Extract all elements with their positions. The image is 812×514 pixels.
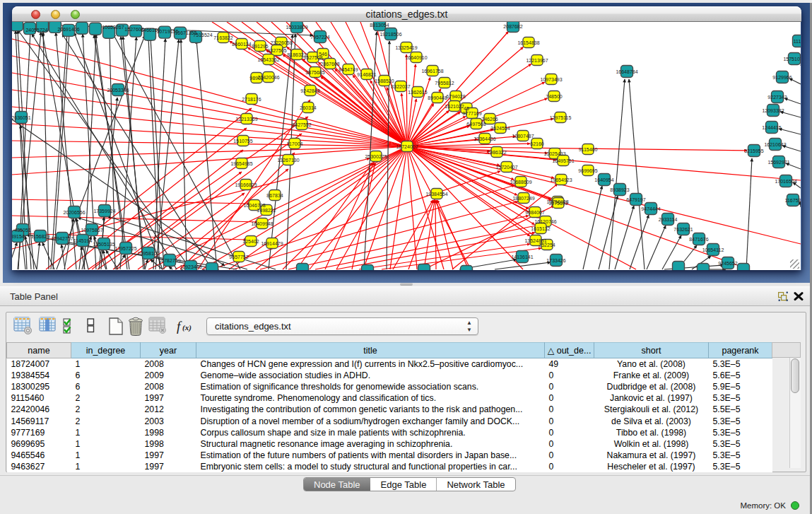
svg-text:10807487: 10807487	[512, 134, 534, 139]
svg-text:12213967: 12213967	[526, 58, 548, 63]
svg-text:19384554: 19384554	[425, 192, 447, 197]
svg-text:12923448: 12923448	[180, 264, 201, 269]
svg-text:19218506: 19218506	[379, 32, 401, 37]
svg-text:1588520: 1588520	[375, 78, 394, 83]
svg-text:3215955: 3215955	[744, 148, 763, 153]
svg-text:16648784: 16648784	[616, 69, 637, 74]
svg-text:13267130: 13267130	[277, 158, 299, 163]
svg-text:2636051: 2636051	[12, 115, 31, 120]
svg-text:9327505: 9327505	[267, 48, 286, 53]
svg-text:8322037: 8322037	[391, 84, 410, 89]
svg-text:748500: 748500	[546, 94, 562, 99]
svg-text:1640954: 1640954	[594, 177, 613, 182]
svg-text:2087682: 2087682	[503, 24, 522, 29]
svg-text:12213369: 12213369	[235, 117, 257, 122]
svg-text:17359924: 17359924	[93, 209, 115, 214]
svg-text:24055724: 24055724	[25, 28, 47, 33]
svg-text:16495751: 16495751	[552, 158, 574, 163]
svg-text:10975867: 10975867	[81, 228, 102, 233]
svg-text:7986322: 7986322	[487, 150, 506, 155]
svg-text:(x): (x)	[182, 323, 192, 332]
svg-text:9474444: 9474444	[641, 206, 660, 211]
svg-text:15751074: 15751074	[783, 57, 801, 62]
svg-text:62160: 62160	[530, 141, 544, 146]
svg-text:23226058: 23226058	[270, 40, 292, 45]
svg-text:1498222: 1498222	[257, 208, 276, 213]
svg-text:16210643: 16210643	[764, 142, 786, 147]
svg-text:16409948: 16409948	[251, 221, 273, 226]
svg-text:125402: 125402	[242, 239, 259, 244]
svg-text:16543362: 16543362	[257, 57, 279, 62]
svg-text:10973493: 10973493	[540, 77, 562, 82]
svg-text:8990448: 8990448	[428, 95, 447, 100]
svg-text:19654985: 19654985	[230, 161, 252, 166]
svg-text:867834: 867834	[266, 193, 283, 198]
svg-text:9146821: 9146821	[357, 72, 376, 77]
svg-text:20206556: 20206556	[63, 210, 85, 215]
svg-text:12505135: 12505135	[93, 242, 114, 247]
svg-text:f: f	[177, 319, 182, 334]
svg-text:1075692: 1075692	[548, 201, 567, 206]
svg-text:10046708: 10046708	[243, 203, 265, 208]
svg-text:9129966: 9129966	[772, 75, 792, 80]
svg-text:7632621: 7632621	[673, 227, 693, 232]
svg-text:8427552: 8427552	[292, 122, 311, 127]
svg-text:10025433: 10025433	[543, 151, 565, 156]
svg-text:116753: 116753	[785, 198, 801, 203]
svg-text:1510755: 1510755	[233, 139, 252, 144]
svg-text:7515524: 7515524	[193, 33, 212, 37]
svg-text:12093382: 12093382	[762, 108, 784, 113]
svg-text:45: 45	[464, 106, 469, 111]
svg-text:10688609: 10688609	[510, 180, 531, 185]
svg-text:10654112: 10654112	[702, 247, 724, 252]
svg-text:17957225: 17957225	[114, 246, 136, 251]
svg-text:252254: 252254	[539, 243, 555, 247]
svg-text:2933114: 2933114	[659, 217, 678, 222]
svg-text:1362615: 1362615	[408, 90, 427, 95]
svg-text:10958107: 10958107	[137, 251, 159, 256]
svg-text:260314: 260314	[300, 105, 316, 110]
svg-text:9227343: 9227343	[767, 95, 787, 100]
svg-text:19166825: 19166825	[235, 182, 257, 187]
svg-text:16914479: 16914479	[261, 241, 283, 246]
svg-text:18724007: 18724007	[396, 144, 418, 149]
svg-text:117004: 117004	[287, 141, 303, 146]
svg-text:1244415: 1244415	[762, 125, 781, 130]
svg-text:13325419: 13325419	[395, 45, 417, 50]
svg-text:7163822: 7163822	[213, 35, 233, 40]
svg-text:20053346: 20053346	[107, 88, 129, 93]
svg-text:1733426: 1733426	[546, 258, 565, 263]
svg-text:435051: 435051	[14, 228, 30, 233]
svg-text:546: 546	[319, 52, 327, 57]
svg-text:12975115: 12975115	[550, 115, 572, 120]
svg-text:15692971: 15692971	[767, 160, 789, 165]
svg-text:8813054: 8813054	[370, 23, 389, 28]
svg-text:7957224: 7957224	[310, 35, 329, 40]
svg-text:3624554: 3624554	[490, 126, 510, 131]
svg-text:39154: 39154	[12, 234, 25, 239]
svg-text:25300275: 25300275	[365, 154, 387, 159]
svg-text:9084067: 9084067	[525, 210, 544, 215]
svg-text:8454749: 8454749	[339, 67, 358, 72]
svg-text:2718176: 2718176	[242, 97, 261, 102]
svg-text:17016504: 17016504	[775, 179, 796, 184]
svg-text:1112: 1112	[794, 39, 801, 44]
svg-text:14136141: 14136141	[511, 255, 533, 259]
svg-text:6794028: 6794028	[446, 94, 465, 99]
svg-text:9115460: 9115460	[579, 147, 598, 152]
svg-text:9245652: 9245652	[718, 261, 737, 266]
svg-text:8660124: 8660124	[232, 42, 251, 47]
svg-text:891295: 891295	[252, 44, 268, 49]
svg-text:19654923: 19654923	[550, 177, 572, 182]
svg-text:16154838: 16154838	[517, 40, 539, 45]
svg-text:10653267: 10653267	[102, 25, 124, 30]
svg-text:9242848: 9242848	[300, 88, 319, 93]
svg-text:20691406: 20691406	[57, 27, 79, 32]
svg-text:1145194: 1145194	[73, 238, 93, 243]
svg-text:16033809: 16033809	[286, 25, 307, 30]
svg-text:1615132: 1615132	[531, 226, 550, 231]
svg-text:16782759: 16782759	[158, 258, 180, 263]
svg-text:3875685: 3875685	[305, 70, 324, 75]
svg-text:12942757: 12942757	[51, 236, 73, 241]
svg-text:23420046: 23420046	[257, 75, 279, 80]
